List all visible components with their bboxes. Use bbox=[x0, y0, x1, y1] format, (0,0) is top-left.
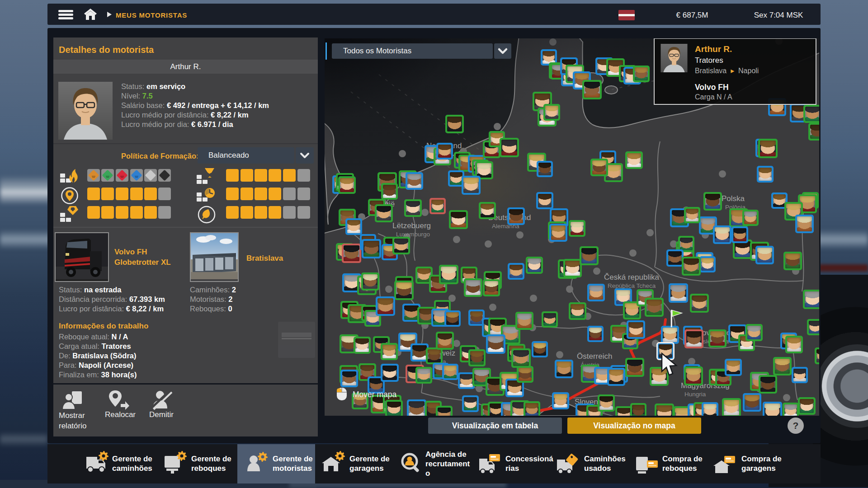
svg-text:Österreich: Österreich bbox=[577, 352, 612, 361]
svg-text:Česká republika: Česká republika bbox=[604, 273, 659, 282]
svg-text:Polska: Polska bbox=[722, 194, 745, 203]
svg-text:Lëtzebuerg: Lëtzebuerg bbox=[392, 221, 431, 230]
svg-text:República Tcheca: República Tcheca bbox=[608, 282, 656, 289]
svg-text:Hungria: Hungria bbox=[684, 391, 706, 398]
